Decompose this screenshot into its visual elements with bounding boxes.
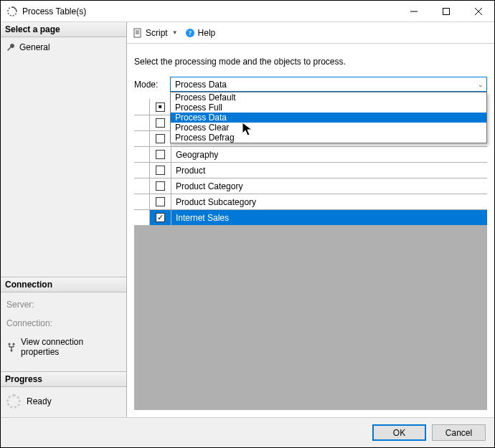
mode-option-full[interactable]: Process Full (171, 103, 486, 113)
main-panel: Script ▼ ? Help Select the processing mo… (127, 22, 494, 417)
cancel-button[interactable]: Cancel (432, 424, 486, 441)
row-name: Product (171, 163, 487, 178)
row-check-cell[interactable] (150, 194, 171, 209)
connection-section: Server: Connection: View connection prop… (1, 292, 126, 371)
row-name: Internet Sales (171, 210, 487, 225)
svg-rect-7 (134, 29, 141, 37)
toolbar: Script ▼ ? Help (127, 22, 494, 44)
wrench-icon (6, 43, 15, 52)
page-item-label: General (19, 42, 50, 52)
view-connection-properties-label: View connection properties (21, 337, 121, 357)
row-gutter (134, 210, 150, 225)
dialog-footer: OK Cancel (1, 417, 494, 447)
view-connection-properties[interactable]: View connection properties (5, 333, 122, 361)
row-name: Product Category (171, 178, 487, 194)
page-item-general[interactable]: General (5, 40, 122, 54)
help-button[interactable]: ? Help (185, 28, 216, 38)
row-gutter (134, 115, 150, 130)
objects-grid: Customer Date Geography (134, 99, 487, 410)
row-check-cell[interactable] (150, 147, 171, 162)
row-gutter (134, 163, 150, 178)
mode-row: Mode: Process Data ⌄ Process Default Pro… (127, 77, 494, 99)
row-checkbox[interactable] (156, 197, 165, 206)
mode-option-default[interactable]: Process Default (171, 92, 486, 103)
script-label: Script (146, 28, 168, 38)
close-button[interactable] (462, 1, 494, 22)
title-bar: Process Table(s) (1, 1, 494, 22)
row-checkbox[interactable] (156, 213, 165, 222)
row-checkbox[interactable] (156, 166, 165, 175)
row-gutter (134, 194, 150, 209)
table-row[interactable]: Product Category (134, 178, 487, 194)
row-checkbox[interactable] (156, 150, 165, 159)
ok-button-label: OK (393, 428, 405, 438)
select-all-checkbox[interactable] (156, 103, 165, 112)
progress-spinner-icon (6, 394, 21, 409)
ok-button[interactable]: OK (372, 424, 426, 441)
page-list: General (1, 37, 126, 57)
svg-point-6 (10, 349, 12, 351)
help-icon: ? (185, 28, 195, 38)
select-page-header: Select a page (1, 22, 126, 37)
script-icon (133, 28, 143, 38)
mode-option-data[interactable]: Process Data (171, 113, 486, 123)
row-checkbox[interactable] (156, 134, 165, 143)
row-check-cell[interactable] (150, 210, 171, 225)
row-gutter (134, 147, 150, 162)
mode-selected-value: Process Data (175, 80, 227, 90)
minimize-button[interactable] (397, 1, 430, 22)
script-dropdown-caret[interactable]: ▼ (172, 29, 178, 36)
grid-header-gutter (134, 99, 150, 115)
row-name: Geography (171, 147, 487, 162)
row-check-cell[interactable] (150, 131, 171, 146)
svg-text:?: ? (188, 29, 192, 37)
app-icon (6, 6, 18, 17)
connection-label: Connection: (5, 314, 122, 333)
table-row[interactable]: Product (134, 162, 487, 178)
mode-option-clear[interactable]: Process Clear (171, 123, 486, 133)
connection-header: Connection (1, 277, 126, 292)
row-checkbox[interactable] (156, 118, 165, 128)
mode-combobox[interactable]: Process Data ⌄ Process Default Process F… (170, 77, 487, 92)
mode-label: Mode: (134, 80, 163, 90)
row-check-cell[interactable] (150, 163, 171, 178)
row-check-cell[interactable] (150, 178, 171, 194)
table-row[interactable]: Geography (134, 146, 487, 162)
help-label: Help (198, 28, 216, 38)
mode-dropdown-list: Process Default Process Full Process Dat… (170, 92, 487, 143)
svg-point-5 (12, 343, 14, 345)
row-check-cell[interactable] (150, 115, 171, 130)
window-controls (397, 1, 494, 22)
left-panel: Select a page General Connection Server:… (1, 22, 127, 417)
row-name: Product Subcategory (171, 194, 487, 209)
connection-icon (6, 342, 16, 352)
process-tables-dialog: Process Table(s) Select a page (0, 0, 495, 448)
chevron-down-icon: ⌄ (478, 81, 484, 88)
row-checkbox[interactable] (156, 181, 165, 191)
mode-option-defrag[interactable]: Process Defrag (171, 133, 486, 143)
dialog-body: Select a page General Connection Server:… (1, 22, 494, 417)
svg-point-4 (8, 343, 10, 345)
table-row[interactable]: Internet Sales (134, 209, 487, 225)
progress-header: Progress (1, 371, 126, 387)
window-title: Process Table(s) (22, 6, 397, 16)
svg-rect-1 (443, 8, 449, 14)
progress-status: Ready (27, 396, 52, 406)
row-gutter (134, 178, 150, 194)
instruction-text: Select the processing mode and the objec… (127, 44, 494, 77)
server-label: Server: (5, 295, 122, 314)
script-button[interactable]: Script ▼ (133, 28, 178, 38)
progress-section: Ready (1, 387, 126, 417)
grid-header-check-cell[interactable] (150, 99, 171, 115)
row-gutter (134, 131, 150, 146)
maximize-button[interactable] (430, 1, 462, 22)
table-row[interactable]: Product Subcategory (134, 194, 487, 209)
cancel-button-label: Cancel (446, 428, 472, 438)
